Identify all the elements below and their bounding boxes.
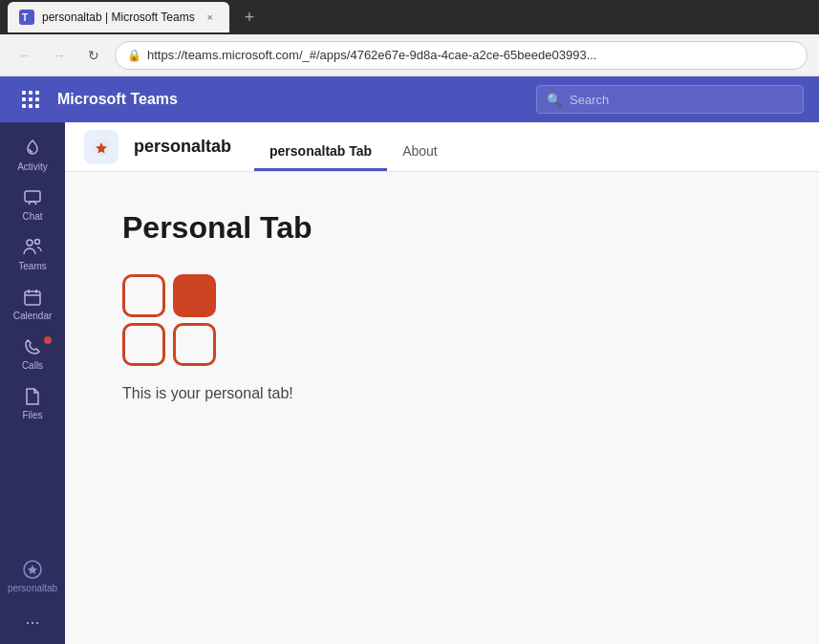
more-apps-button[interactable]: ... (25, 601, 39, 636)
app-header-name: personaltab (134, 137, 231, 157)
sidebar-item-calls[interactable]: Calls (4, 329, 61, 378)
teams-app-name: Microsoft Teams (57, 91, 178, 108)
sidebar: Activity Chat (0, 122, 65, 644)
logo-square-top-left (122, 274, 165, 317)
svg-point-4 (35, 240, 40, 245)
tab-personaltab[interactable]: personaltab Tab (254, 122, 387, 171)
sidebar-item-teams[interactable]: Teams (4, 229, 61, 279)
sidebar-item-files[interactable]: Files (4, 378, 61, 428)
grid-dots-icon (22, 91, 39, 108)
personaltab-icon (22, 559, 43, 580)
personaltab-label: personaltab (8, 583, 57, 593)
app-icon (84, 130, 119, 164)
tab-title: personaltab | Microsoft Teams (42, 11, 195, 24)
forward-button[interactable]: → (46, 42, 73, 69)
new-tab-button[interactable]: + (237, 8, 263, 28)
chat-label: Chat (22, 211, 42, 222)
lock-icon: 🔒 (127, 49, 141, 62)
reload-button[interactable]: ↻ (80, 42, 107, 69)
svg-point-3 (27, 240, 32, 246)
app-container: Microsoft Teams 🔍 Search Activity (0, 76, 819, 644)
app-header: personaltab personaltab Tab About (65, 122, 819, 172)
svg-text:T: T (22, 12, 28, 23)
svg-rect-5 (25, 291, 40, 305)
sidebar-item-chat[interactable]: Chat (4, 180, 61, 229)
personal-tab-logo (122, 274, 218, 366)
url-text: https://teams.microsoft.com/_#/apps/4762… (147, 48, 596, 62)
page-content: Personal Tab This is your personal tab! (65, 172, 819, 644)
browser-tab-active[interactable]: T personaltab | Microsoft Teams × (8, 2, 229, 32)
page-subtitle: This is your personal tab! (122, 385, 762, 402)
sidebar-item-calendar[interactable]: Calendar (4, 279, 61, 329)
tab-about[interactable]: About (387, 122, 453, 171)
logo-square-bottom-right (173, 323, 216, 366)
files-icon (23, 386, 42, 407)
grid-menu-icon[interactable] (15, 84, 46, 115)
sidebar-item-activity[interactable]: Activity (4, 130, 61, 180)
sidebar-item-personaltab[interactable]: personaltab (4, 551, 61, 601)
tab-close-button[interactable]: × (203, 10, 218, 25)
browser-titlebar: T personaltab | Microsoft Teams × + (0, 0, 819, 34)
page-title: Personal Tab (122, 210, 762, 246)
back-button[interactable]: ← (11, 42, 38, 69)
calls-notification-dot (44, 336, 52, 344)
calendar-icon (23, 287, 42, 308)
calls-icon (23, 336, 42, 357)
content-area: personaltab personaltab Tab About Person… (65, 122, 819, 644)
search-icon: 🔍 (547, 93, 562, 107)
calls-label: Calls (22, 360, 43, 371)
activity-icon (23, 138, 42, 159)
teams-search-bar[interactable]: 🔍 Search (536, 85, 804, 114)
teams-icon (22, 237, 43, 258)
files-label: Files (22, 410, 42, 420)
logo-square-bottom-left (122, 323, 165, 366)
svg-rect-2 (25, 191, 40, 202)
app-tabs: personaltab Tab About (254, 122, 453, 171)
tab-favicon: T (19, 10, 34, 25)
address-bar[interactable]: 🔒 https://teams.microsoft.com/_#/apps/47… (115, 41, 808, 70)
calendar-label: Calendar (13, 311, 53, 321)
activity-label: Activity (17, 161, 48, 172)
browser-toolbar: ← → ↻ 🔒 https://teams.microsoft.com/_#/a… (0, 34, 819, 76)
main-area: Activity Chat (0, 122, 819, 644)
teams-label: Teams (18, 261, 46, 271)
logo-square-top-right (173, 274, 216, 317)
search-placeholder: Search (570, 93, 609, 107)
chat-icon (23, 187, 42, 208)
teams-topbar: Microsoft Teams 🔍 Search (0, 76, 819, 122)
